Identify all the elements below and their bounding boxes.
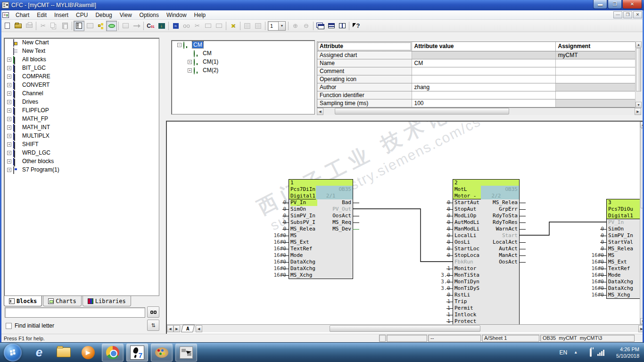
input-pin[interactable]: Permit	[454, 305, 473, 312]
input-pin[interactable]: FbkRun	[454, 259, 473, 265]
clock[interactable]: 4:26 PM 5/10/2018	[616, 346, 639, 359]
find-initial-letter-option[interactable]: Find initial letter	[6, 322, 54, 329]
output-pin[interactable]: AutAct	[499, 246, 518, 252]
network-icon[interactable]	[597, 349, 605, 356]
input-pin[interactable]: SimPV_In	[608, 232, 633, 239]
tab-charts[interactable]: Charts	[43, 296, 81, 306]
expand-plus-icon[interactable]: +	[7, 108, 11, 113]
sidebar-item-math-int[interactable]: +MATH_INT	[4, 123, 159, 132]
open-button[interactable]	[13, 21, 24, 31]
output-pin[interactable]: Bad	[342, 199, 351, 206]
output-pin[interactable]: ManAct	[499, 252, 518, 259]
sidebar-item-other-blocks[interactable]: +Other blocks	[4, 157, 159, 165]
taskbar-cfc-editor[interactable]	[175, 344, 197, 362]
sequence-view-button[interactable]	[95, 21, 106, 31]
sheet-prev-button[interactable]: ◀	[167, 325, 173, 332]
sidebar-item-wrd-lgc[interactable]: +WRD_LGC	[4, 148, 159, 157]
input-pin[interactable]: Monitor	[454, 265, 476, 272]
output-pin[interactable]: OosAct	[332, 213, 351, 219]
input-pin[interactable]: DataXchg	[608, 285, 633, 292]
attribute-value-cell[interactable]	[412, 75, 555, 83]
input-pin[interactable]: MS_Xchg	[608, 292, 630, 298]
input-pin[interactable]: ModLiOp	[454, 213, 476, 219]
chart-view-button[interactable]	[106, 21, 117, 31]
output-pin[interactable]: RdyToRes	[493, 219, 518, 226]
close-button[interactable]: ✕	[622, 0, 642, 9]
sidebar-item-flipflop[interactable]: +FLIPFLOP	[4, 106, 159, 115]
tray-expand-icon[interactable]: ▲	[574, 350, 578, 354]
optimize-layout-button[interactable]: ×	[228, 21, 239, 31]
input-pin[interactable]: SimPV_In	[290, 213, 315, 219]
input-pin[interactable]: ManModLi	[454, 226, 479, 232]
sidebar-item-bit-lgc[interactable]: +BIT_LGC	[4, 64, 159, 72]
output-pin[interactable]: OosAct	[499, 259, 518, 265]
input-pin[interactable]: TextRef	[290, 246, 312, 252]
input-pin[interactable]: RstLi	[454, 292, 470, 298]
sidebar-item-convert[interactable]: +CONVERT	[4, 81, 159, 89]
sidebar-item-drives[interactable]: +Drives	[4, 98, 159, 106]
input-pin[interactable]: StartAut	[454, 199, 479, 206]
output-pin[interactable]: PV_Out	[332, 206, 351, 213]
find-button[interactable]	[147, 306, 159, 318]
chevron-down-icon[interactable]: ▼	[278, 22, 285, 30]
menu-debug[interactable]: Debug	[91, 11, 116, 19]
mdi-restore-button[interactable]: ❐	[623, 11, 632, 18]
scroll-right-arrow[interactable]: ▶	[635, 108, 641, 115]
sheet-tab-a[interactable]: A	[181, 325, 195, 332]
input-pin[interactable]: StartLoc	[454, 246, 479, 252]
input-pin[interactable]: StopAut	[454, 206, 476, 213]
cascade-button[interactable]	[315, 21, 326, 31]
menu-help[interactable]: Help	[190, 11, 210, 19]
taskbar-simatic-s7[interactable]: 7	[126, 344, 148, 362]
mdi-close-button[interactable]: ✕	[633, 11, 642, 18]
scroll-left-arrow[interactable]: ◀	[317, 108, 323, 115]
titlebar[interactable]: CFC - [myCMT -- MYLIB\Rawmill] ▬ ❐ ✕	[0, 0, 644, 10]
input-pin[interactable]: SubsPV_I	[290, 219, 315, 226]
parameter-c01-button[interactable]: C01	[145, 21, 156, 31]
attribute-value-cell[interactable]	[412, 67, 555, 75]
expand-plus-icon[interactable]: +	[7, 91, 11, 96]
chart-canvas[interactable]: 西门子工业 技术论坛 support.industry.siemens.com/…	[167, 122, 640, 324]
mdi-child-icon[interactable]	[2, 12, 9, 18]
expand-plus-icon[interactable]: +	[7, 100, 11, 104]
scrollbar-thumb[interactable]	[330, 325, 480, 332]
output-pin[interactable]: Start	[502, 232, 518, 239]
expand-plus-icon[interactable]: +	[7, 58, 11, 62]
sidebar-item-new-chart[interactable]: +New Chart	[4, 38, 159, 47]
sheet-next-button[interactable]: ▶	[173, 325, 180, 332]
help-select-button[interactable]: ?	[351, 21, 362, 31]
output-pin[interactable]: LocalAct	[493, 239, 518, 246]
search-input[interactable]	[5, 307, 145, 318]
input-pin[interactable]: MS	[290, 232, 297, 239]
input-pin[interactable]: MS	[608, 252, 614, 259]
mdi-minimize-button[interactable]: —	[613, 11, 622, 18]
taskbar-file-explorer[interactable]	[53, 344, 74, 362]
input-pin[interactable]: MS_Xchg	[290, 272, 312, 279]
expand-plus-icon[interactable]: +	[7, 83, 11, 87]
menu-insert[interactable]: Insert	[50, 11, 72, 19]
attribute-value-cell[interactable]: 100	[412, 99, 555, 107]
taskbar-internet-explorer[interactable]: e	[28, 344, 50, 362]
sidebar-item-s7-program-1[interactable]: +S7 Program(1)	[4, 165, 159, 174]
scroll-left-arrow[interactable]: ◀	[196, 325, 202, 332]
sidebar-item-all-blocks[interactable]: +All blocks	[4, 55, 159, 64]
restore-button[interactable]: ❐	[608, 0, 622, 9]
input-pin[interactable]: StopLoca	[454, 252, 479, 259]
function-block-pcs7diin[interactable]: 1Pcs7DiInDigital1OB352/1PV_In0BadSimOn0P…	[289, 179, 353, 279]
taskbar-media-player[interactable]: ▶	[77, 344, 99, 362]
menu-edit[interactable]: Edit	[33, 11, 50, 19]
language-indicator[interactable]: EN	[559, 349, 567, 356]
input-pin[interactable]: Trip	[454, 298, 467, 305]
input-pin[interactable]: TextRef	[608, 265, 630, 272]
input-pin[interactable]: SimOn	[290, 206, 306, 213]
output-pin[interactable]: MS_Dev	[332, 226, 351, 232]
attribute-horizontal-scrollbar[interactable]: ◀ ▶	[317, 108, 641, 115]
input-pin[interactable]: DataXchg	[290, 265, 315, 272]
input-pin[interactable]: Mode	[608, 272, 621, 279]
menu-chart[interactable]: Chart	[12, 11, 33, 19]
input-pin[interactable]: MonTiDyn	[454, 279, 479, 285]
expand-plus-icon[interactable]: +	[7, 159, 11, 164]
chart-tree-item-cm-2[interactable]: +CM(2)	[172, 66, 314, 74]
sort-button[interactable]: ⇅	[147, 320, 159, 331]
start-button[interactable]	[4, 344, 22, 362]
